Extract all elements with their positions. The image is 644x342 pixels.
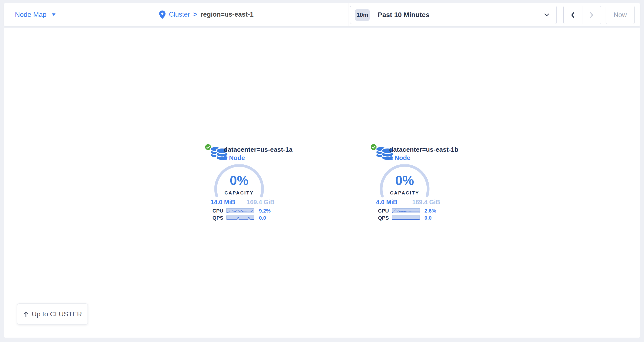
locality-card[interactable]: datacenter=us-east-1b 1 Node 0% CAPACITY… <box>369 142 442 223</box>
time-pager <box>563 6 601 24</box>
view-selector-label: Node Map <box>15 11 46 18</box>
capacity-label: CAPACITY <box>212 190 266 196</box>
view-selector-dropdown[interactable]: Node Map <box>15 3 56 26</box>
breadcrumb: Cluster > region=us-east-1 <box>159 3 254 26</box>
time-range-label: Past 10 Minutes <box>378 11 430 19</box>
cpu-sparkline <box>392 208 420 213</box>
time-range-badge: 10m <box>355 9 370 21</box>
capacity-percent: 0% <box>378 174 432 187</box>
cpu-value: 2.6% <box>424 208 436 214</box>
capacity-label: CAPACITY <box>378 190 432 196</box>
cpu-metric-row: CPU 9.2% <box>212 208 271 214</box>
node-map-canvas: datacenter=us-east-1a 1 Node 0% CAPACITY… <box>4 27 640 338</box>
cpu-metric-row: CPU 2.6% <box>378 208 436 214</box>
capacity-total: 169.4 GiB <box>247 199 274 206</box>
cpu-sparkline <box>226 208 254 213</box>
qps-sparkline <box>392 215 420 220</box>
locality-card[interactable]: datacenter=us-east-1a 1 Node 0% CAPACITY… <box>203 142 276 223</box>
chevron-down-icon <box>52 13 56 16</box>
node-map-screen: Node Map Cluster > region=us-east-1 10m … <box>0 0 644 342</box>
breadcrumb-current-locality: region=us-east-1 <box>200 11 254 18</box>
time-next-button[interactable] <box>582 6 601 24</box>
cpu-label: CPU <box>212 208 225 214</box>
up-to-cluster-label: Up to CLUSTER <box>32 310 82 318</box>
topbar-divider <box>348 3 348 26</box>
chevron-down-icon <box>544 13 549 16</box>
qps-metric-row: QPS 0.0 <box>378 215 432 221</box>
qps-sparkline <box>226 215 254 220</box>
chevron-left-icon <box>571 12 574 18</box>
capacity-used: 4.0 MiB <box>376 199 398 206</box>
capacity-row: 4.0 MiB 169.4 GiB <box>376 199 440 206</box>
locality-node-count[interactable]: 1 Node <box>389 154 410 162</box>
time-range-dropdown[interactable]: 10m Past 10 Minutes <box>350 6 557 24</box>
locality-node-count[interactable]: 1 Node <box>224 154 245 162</box>
capacity-used: 14.0 MiB <box>210 199 235 206</box>
breadcrumb-separator: > <box>194 11 197 18</box>
locality-title: datacenter=us-east-1a <box>224 146 293 153</box>
arrow-up-icon <box>23 311 29 317</box>
qps-value: 0.0 <box>424 215 432 221</box>
qps-metric-row: QPS 0.0 <box>212 215 266 221</box>
qps-value: 0.0 <box>259 215 266 221</box>
up-to-cluster-button[interactable]: Up to CLUSTER <box>17 303 88 325</box>
cpu-label: CPU <box>378 208 391 214</box>
location-pin-icon <box>159 10 166 19</box>
chevron-right-icon <box>590 12 594 18</box>
capacity-percent: 0% <box>212 174 266 187</box>
cpu-value: 9.2% <box>259 208 271 214</box>
capacity-total: 169.4 GiB <box>412 199 440 206</box>
qps-label: QPS <box>378 215 391 221</box>
time-prev-button[interactable] <box>564 6 582 24</box>
qps-label: QPS <box>212 215 225 221</box>
locality-title: datacenter=us-east-1b <box>389 146 458 153</box>
breadcrumb-cluster-link[interactable]: Cluster <box>169 11 190 18</box>
topbar: Node Map Cluster > region=us-east-1 10m … <box>4 3 640 26</box>
now-button[interactable]: Now <box>606 6 635 24</box>
capacity-row: 14.0 MiB 169.4 GiB <box>210 199 274 206</box>
